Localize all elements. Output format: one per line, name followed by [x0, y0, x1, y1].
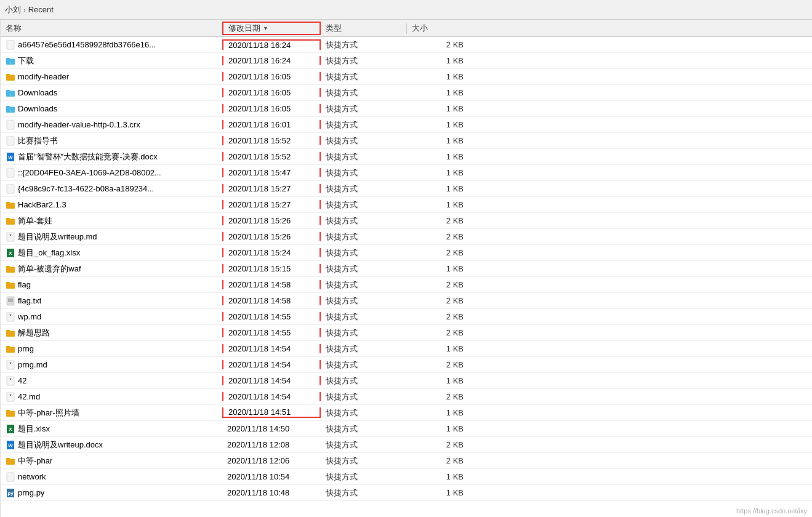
table-row[interactable]: 中等-phar-照片墙2020/11/18 14:51快捷方式1 KB [1, 405, 812, 421]
table-row[interactable]: 解题思路2020/11/18 14:55快捷方式2 KB [1, 325, 812, 341]
table-row[interactable]: ↓Downloads2020/11/18 16:05快捷方式1 KB [1, 85, 812, 101]
cell-type: 快捷方式 [321, 391, 407, 403]
file-icon [6, 40, 15, 50]
cell-size: 1 KB [407, 344, 468, 353]
table-row[interactable]: 中等-phar2020/11/18 12:06快捷方式2 KB [1, 453, 812, 469]
cell-date: 2020/11/18 14:54 [222, 344, 321, 353]
col-header-date[interactable]: 修改日期 [222, 22, 321, 35]
cell-name: 比赛指导书 [1, 135, 222, 146]
svg-rect-30 [7, 473, 14, 481]
file-name-label: prng.py [18, 488, 44, 497]
cell-name: flag.txt [1, 296, 222, 306]
breadcrumb-item-recent[interactable]: Recent [28, 5, 54, 14]
cell-name: *prng.md [1, 360, 222, 370]
table-row[interactable]: flag.txt2020/11/18 14:58快捷方式2 KB [1, 293, 812, 309]
table-row[interactable]: *42.md2020/11/18 14:54快捷方式2 KB [1, 389, 812, 405]
cell-size: 1 KB [407, 120, 468, 129]
file-name-label: network [18, 472, 46, 481]
cell-date: 2020/11/18 12:06 [222, 456, 321, 465]
col-header-name[interactable]: 名称 [1, 23, 222, 34]
cell-type: 快捷方式 [321, 455, 407, 467]
file-name-label: 解题思路 [18, 327, 50, 339]
table-row[interactable]: 简单-被遗弃的waf2020/11/18 15:15快捷方式1 KB [1, 261, 812, 277]
cell-type: 快捷方式 [321, 87, 407, 98]
cell-size: 2 KB [407, 280, 468, 289]
table-row[interactable]: {4c98c9c7-fc13-4622-b08a-a189234...2020/… [1, 181, 812, 197]
table-row[interactable]: *prng.md2020/11/18 14:54快捷方式2 KB [1, 357, 812, 373]
file-icon [6, 296, 15, 306]
table-row[interactable]: a66457e5e56d14589928fdb3766e16...2020/11… [1, 37, 812, 53]
table-row[interactable]: *422020/11/18 14:54快捷方式1 KB [1, 373, 812, 389]
svg-rect-5 [7, 137, 14, 145]
svg-text:*: * [9, 233, 12, 240]
cell-type: 快捷方式 [321, 167, 407, 178]
col-header-type[interactable]: 类型 [321, 23, 407, 34]
file-name-label: flag [18, 280, 31, 289]
cell-size: 2 KB [407, 248, 468, 257]
table-row[interactable]: HackBar2.1.32020/11/18 15:27快捷方式1 KB [1, 197, 812, 213]
table-row[interactable]: ::{20D04FE0-3AEA-1069-A2D8-08002...2020/… [1, 165, 812, 181]
cell-date: 2020/11/18 15:26 [222, 216, 321, 225]
cell-type: 快捷方式 [321, 39, 407, 50]
table-row[interactable]: X题目_ok_flag.xlsx2020/11/18 15:24快捷方式2 KB [1, 245, 812, 261]
cell-date: 2020/11/18 16:05 [222, 72, 321, 81]
breadcrumb-item-xiao-liu[interactable]: 小刘 [5, 4, 21, 15]
cell-type: 快捷方式 [321, 487, 407, 499]
table-row[interactable]: X题目.xlsx2020/11/18 14:50快捷方式1 KB [1, 421, 812, 437]
table-row[interactable]: W首届"智警杯"大数据技能竞赛-决赛.docx2020/11/18 15:52快… [1, 149, 812, 165]
file-icon: * [6, 392, 15, 402]
cell-name: pyprng.py [1, 488, 222, 498]
table-row[interactable]: modify-header2020/11/18 16:05快捷方式1 KB [1, 69, 812, 85]
table-row[interactable]: ↓Downloads2020/11/18 16:05快捷方式1 KB [1, 101, 812, 117]
table-row[interactable]: *wp.md2020/11/18 14:55快捷方式2 KB [1, 309, 812, 325]
file-list-area[interactable]: 名称 修改日期 类型 大小 a66457e5e56d14589928fdb376… [1, 20, 812, 517]
table-row[interactable]: 比赛指导书2020/11/18 15:52快捷方式1 KB [1, 133, 812, 149]
table-row[interactable]: prng2020/11/18 14:54快捷方式1 KB [1, 341, 812, 357]
file-name-label: 比赛指导书 [18, 135, 58, 146]
breadcrumb-bar: 小刘 › Recent [0, 0, 812, 20]
cell-name: {4c98c9c7-fc13-4622-b08a-a189234... [1, 184, 222, 194]
file-icon [6, 408, 15, 418]
cell-type: 快捷方式 [321, 439, 407, 451]
cell-date: 2020/11/18 14:55 [222, 312, 321, 321]
cell-type: 快捷方式 [321, 327, 407, 339]
file-icon: py [6, 488, 15, 498]
cell-name: 解题思路 [1, 327, 222, 339]
file-icon: ↓ [6, 88, 15, 98]
file-name-label: 中等-phar [18, 455, 52, 467]
table-row[interactable]: ↓下载2020/11/18 16:24快捷方式1 KB [1, 53, 812, 69]
table-row[interactable]: network2020/11/18 10:54快捷方式1 KB [1, 469, 812, 485]
svg-text:py: py [7, 491, 14, 496]
table-row[interactable]: *题目说明及writeup.md2020/11/18 15:26快捷方式2 KB [1, 229, 812, 245]
file-name-label: HackBar2.1.3 [18, 200, 66, 209]
cell-size: 1 KB [407, 184, 468, 193]
cell-name: HackBar2.1.3 [1, 200, 222, 210]
file-icon [6, 328, 15, 338]
col-header-size[interactable]: 大小 [407, 23, 468, 34]
cell-date: 2020/11/18 15:27 [222, 200, 321, 209]
cell-name: *wp.md [1, 312, 222, 322]
table-row[interactable]: 简单-套娃2020/11/18 15:26快捷方式2 KB [1, 213, 812, 229]
table-row[interactable]: modify-header-value-http-0.1.3.crx2020/1… [1, 117, 812, 133]
cell-date: 2020/11/18 14:55 [222, 328, 321, 337]
file-name-label: prng.md [18, 360, 47, 369]
cell-name: a66457e5e56d14589928fdb3766e16... [1, 40, 222, 50]
cell-type: 快捷方式 [321, 423, 407, 435]
table-row[interactable]: flag2020/11/18 14:58快捷方式2 KB [1, 277, 812, 293]
table-row[interactable]: pyprng.py2020/11/18 10:48快捷方式1 KB [1, 485, 812, 501]
cell-name: flag [1, 280, 222, 290]
svg-rect-9 [7, 185, 14, 193]
column-header: 名称 修改日期 类型 大小 [1, 20, 812, 37]
cell-date: 2020/11/18 10:54 [222, 472, 321, 481]
file-name-label: ::{20D04FE0-3AEA-1069-A2D8-08002... [18, 168, 161, 177]
cell-size: 1 KB [407, 168, 468, 177]
cell-size: 2 KB [407, 360, 468, 369]
cell-size: 1 KB [407, 264, 468, 273]
file-icon: ↓ [6, 56, 15, 66]
file-rows-container: a66457e5e56d14589928fdb3766e16...2020/11… [1, 37, 812, 501]
table-row[interactable]: W题目说明及writeup.docx2020/11/18 12:08快捷方式2 … [1, 437, 812, 453]
file-icon: * [6, 232, 15, 242]
file-name-label: 中等-phar-照片墙 [18, 407, 79, 419]
breadcrumb-separator: › [23, 6, 26, 14]
cell-date: 2020/11/18 15:47 [222, 168, 321, 177]
